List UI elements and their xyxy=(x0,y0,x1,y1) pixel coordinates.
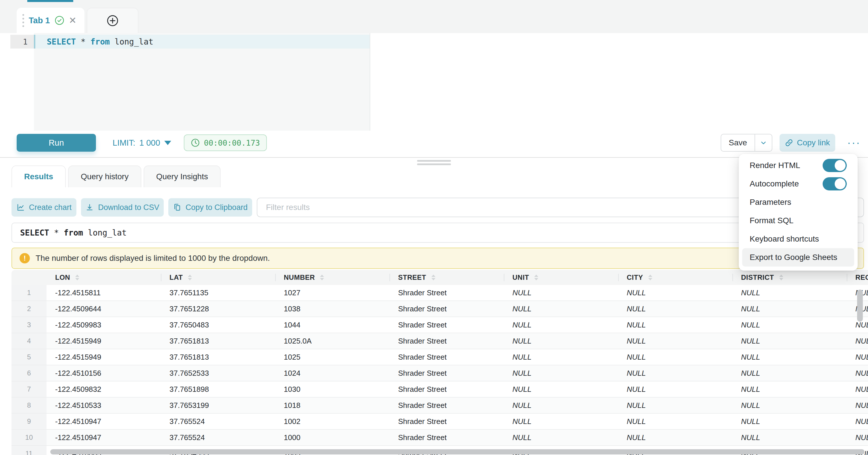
row-limit-warning-banner: ! The number of rows displayed is limite… xyxy=(11,248,864,269)
row-number: 10 xyxy=(11,430,46,445)
copy-link-button[interactable]: Copy link xyxy=(779,134,835,152)
column-header-lat[interactable]: LAT xyxy=(161,270,275,285)
cell: 37.7651228 xyxy=(161,301,275,316)
cell: 1024 xyxy=(275,365,390,381)
cell: NULL xyxy=(618,285,733,300)
menu-item-parameters[interactable]: Parameters xyxy=(739,193,858,211)
cell: Shrader Street xyxy=(390,382,504,397)
sort-down-icon xyxy=(75,278,79,280)
table-row[interactable]: 9-122.451094737.7655241002Shrader Street… xyxy=(11,414,868,430)
cell: NULL xyxy=(733,301,847,316)
table-row[interactable]: 8-122.451053337.76531991018Shrader Stree… xyxy=(11,398,868,414)
limit-dropdown[interactable]: LIMIT: 1 000 xyxy=(113,134,171,152)
table-row[interactable]: 4-122.451594937.76518131025.0AShrader St… xyxy=(11,333,868,349)
create-chart-button[interactable]: Create chart xyxy=(11,198,76,217)
column-header-district[interactable]: DISTRICT xyxy=(733,270,847,285)
cell: NULL xyxy=(733,317,847,333)
menu-item-format-sql[interactable]: Format SQL xyxy=(739,211,858,230)
vertical-scrollbar[interactable] xyxy=(857,290,863,322)
menu-item-keyboard-shortcuts[interactable]: Keyboard shortcuts xyxy=(739,230,858,248)
menu-item-render-html[interactable]: Render HTML xyxy=(739,156,858,175)
column-header-street[interactable]: STREET xyxy=(390,270,504,285)
table-row[interactable]: 10-122.451094737.7655241000Shrader Stree… xyxy=(11,430,868,446)
sql-keyword: from xyxy=(91,37,110,47)
cell: 1000 xyxy=(275,430,390,445)
sort-icon[interactable] xyxy=(648,275,652,280)
column-header-number[interactable]: NUMBER xyxy=(275,270,390,285)
cell: Shrader Street xyxy=(390,349,504,365)
sort-icon[interactable] xyxy=(431,275,435,280)
tab-query-insights[interactable]: Query Insights xyxy=(144,165,221,187)
sort-down-icon xyxy=(320,278,324,280)
save-options-button[interactable] xyxy=(754,134,772,151)
download-csv-button[interactable]: Download to CSV xyxy=(81,198,164,217)
sort-up-icon xyxy=(75,275,79,277)
run-button[interactable]: Run xyxy=(17,134,96,152)
copy-clipboard-button[interactable]: Copy to Clipboard xyxy=(168,198,252,217)
cell: NULL xyxy=(618,301,733,316)
sort-icon[interactable] xyxy=(75,275,79,280)
cell: NULL xyxy=(504,285,618,300)
row-number: 4 xyxy=(11,333,46,349)
cell: NULL xyxy=(504,382,618,397)
cell: -122.4509983 xyxy=(46,317,161,333)
tab-query-history[interactable]: Query history xyxy=(68,165,141,187)
tab-results[interactable]: Results xyxy=(11,165,66,187)
close-icon[interactable]: ✕ xyxy=(69,16,77,25)
cell: NULL xyxy=(504,349,618,365)
menu-item-export-to-google-sheets[interactable]: Export to Google Sheets xyxy=(742,248,854,267)
save-button[interactable]: Save xyxy=(721,134,754,151)
row-number: 1 xyxy=(11,285,46,300)
toggle-render-html[interactable] xyxy=(823,159,847,172)
run-bar: Run LIMIT: 1 000 00:00:00.173 Save Copy … xyxy=(0,131,868,157)
sql-editor[interactable]: 1 SELECT * from long_lat xyxy=(0,33,868,131)
sql-text: * xyxy=(76,37,91,47)
toggle-autocomplete[interactable] xyxy=(823,177,847,190)
table-row[interactable]: 7-122.450983237.76518981030Shrader Stree… xyxy=(11,382,868,398)
drag-handle-icon[interactable] xyxy=(22,14,24,27)
table-header-row: LONLATNUMBERSTREETUNITCITYDISTRICTREGION xyxy=(11,270,868,285)
menu-item-autocomplete[interactable]: Autocomplete xyxy=(739,175,858,193)
column-header-lon[interactable]: LON xyxy=(46,270,161,285)
column-header-region[interactable]: REGION xyxy=(847,270,868,285)
table-row[interactable]: 3-122.450998337.76504831044Shrader Stree… xyxy=(11,317,868,333)
cell: NULL xyxy=(847,382,868,397)
table-row[interactable]: 5-122.451594937.76518131025Shrader Stree… xyxy=(11,349,868,365)
sort-down-icon xyxy=(779,278,783,280)
sort-icon[interactable] xyxy=(320,275,324,280)
row-number: 3 xyxy=(11,317,46,333)
more-options-button[interactable]: ··· xyxy=(844,134,864,152)
horizontal-scrollbar[interactable] xyxy=(50,449,865,454)
resize-handle[interactable] xyxy=(417,160,451,165)
copy-clipboard-label: Copy to Clipboard xyxy=(186,203,248,212)
sql-text: * xyxy=(49,228,64,238)
cell: 37.7652533 xyxy=(161,365,275,381)
sql-keyword: SELECT xyxy=(20,228,49,238)
column-header-unit[interactable]: UNIT xyxy=(504,270,618,285)
cell: NULL xyxy=(618,414,733,429)
sort-down-icon xyxy=(534,278,538,280)
cell: 37.7651813 xyxy=(161,333,275,349)
menu-item-label: Render HTML xyxy=(750,161,800,170)
sort-icon[interactable] xyxy=(188,275,192,280)
cell: NULL xyxy=(504,398,618,413)
new-tab-button[interactable] xyxy=(87,8,138,33)
cell: -122.4510947 xyxy=(46,430,161,445)
table-row[interactable]: 2-122.450964437.76512281038Shrader Stree… xyxy=(11,301,868,317)
cell: 1038 xyxy=(275,301,390,316)
cell: NULL xyxy=(618,333,733,349)
cell: 37.765524 xyxy=(161,414,275,429)
clock-icon xyxy=(191,138,200,147)
table-row[interactable]: 6-122.451015637.76525331024Shrader Stree… xyxy=(11,365,868,382)
tab-1[interactable]: Tab 1 ✕ xyxy=(17,8,85,33)
results-toolbar: Create chart Download to CSV Copy to Cli… xyxy=(0,198,868,218)
column-header-city[interactable]: CITY xyxy=(618,270,733,285)
cell: NULL xyxy=(733,398,847,413)
table-row[interactable]: 1-122.451581137.76511351027Shrader Stree… xyxy=(11,285,868,301)
sort-icon[interactable] xyxy=(779,275,783,280)
sort-icon[interactable] xyxy=(534,275,538,280)
cell: NULL xyxy=(504,333,618,349)
line-number: 1 xyxy=(10,35,34,49)
cell: NULL xyxy=(847,430,868,445)
editor-active-line[interactable]: SELECT * from long_lat xyxy=(34,35,370,49)
